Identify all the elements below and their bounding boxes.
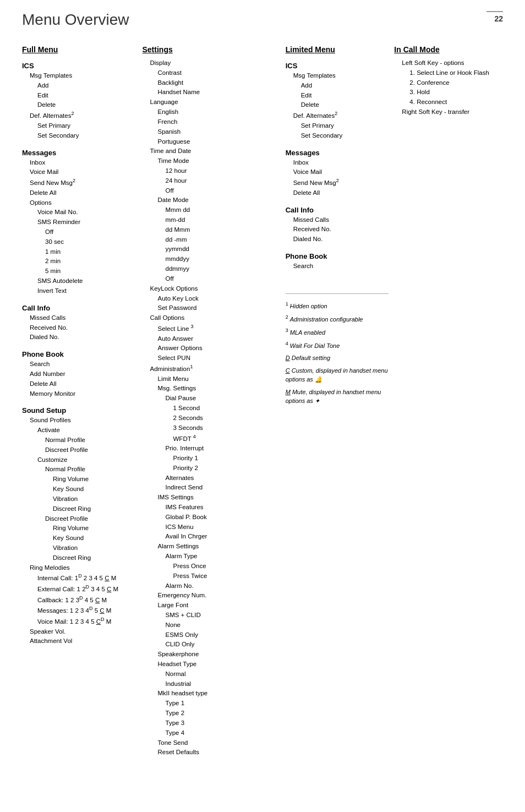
list-item: Received No. [22, 323, 137, 333]
limited-ics-heading: ICS [286, 62, 389, 70]
list-item: Msg Templates [286, 71, 389, 81]
col-full-menu: Full Menu ICS Msg Templates Add Edit Del… [22, 45, 143, 757]
ics-heading: ICS [22, 62, 137, 70]
list-item: 30 sec [22, 237, 137, 247]
columns-wrapper: Full Menu ICS Msg Templates Add Edit Del… [22, 45, 503, 757]
call-info-heading: Call Info [22, 304, 137, 312]
list-item: Auto Answer [143, 334, 280, 344]
list-item: Off [143, 274, 280, 284]
list-item: 1 Second [143, 404, 280, 413]
list-item: 1. Select Line or Hook Flash [394, 68, 497, 78]
list-item: Messages: 1 2 3 4D 5 C M [22, 605, 137, 616]
list-item: Msg Templates [22, 71, 137, 81]
list-item: Priority 2 [143, 464, 280, 473]
list-item: Invert Text [22, 286, 137, 296]
list-item: Discreet Ring [22, 504, 137, 514]
list-item: Display [143, 58, 280, 68]
footnote-2: 2 Administration configurable [286, 314, 389, 324]
settings-heading: Settings [143, 45, 280, 54]
list-item: SMS + CLID [143, 611, 280, 620]
list-item: Callback: 1 2 3D 4 5 C M [22, 595, 137, 606]
list-item: yymmdd [143, 244, 280, 254]
list-item: Voice Mail: 1 2 3 4 5 CD M [22, 616, 137, 627]
footnote-3: 3 MLA enabled [286, 327, 389, 337]
list-item: Customize [22, 455, 137, 465]
list-item: Set Primary [286, 121, 389, 131]
list-item: Backlight [143, 78, 280, 88]
list-item: Edit [22, 91, 137, 101]
list-item: Type 4 [143, 728, 280, 738]
list-item: Set Secondary [286, 131, 389, 141]
list-item: Inbox [22, 158, 137, 168]
list-item: Dial Pause [143, 394, 280, 404]
list-item: 2. Conference [394, 78, 497, 88]
list-item: Set Primary [22, 121, 137, 131]
page-number: 22 [486, 11, 503, 23]
list-item: Portuguese [143, 137, 280, 147]
limited-messages-heading: Messages [286, 149, 389, 157]
list-item: Language [143, 97, 280, 107]
list-item: IMS Features [143, 503, 280, 513]
list-item: mmddyy [143, 254, 280, 264]
list-item: Ring Melodies [22, 563, 137, 573]
col-in-call-mode: In Call Mode Left Soft Key - options 1. … [394, 45, 503, 757]
list-item: Handset Name [143, 88, 280, 97]
list-item: Activate [22, 426, 137, 435]
list-item: SMS Reminder [22, 217, 137, 227]
list-item: Def. Alternates2 [22, 110, 137, 121]
list-item: None [143, 620, 280, 630]
list-item: Dialed No. [22, 333, 137, 342]
list-item: Time Mode [143, 156, 280, 166]
sound-setup-heading: Sound Setup [22, 406, 137, 415]
list-item: Inbox [286, 158, 389, 168]
list-item: Memory Monitor [22, 389, 137, 399]
list-item: 1 min [22, 247, 137, 257]
list-item: Missed Calls [22, 313, 137, 323]
list-item: Discreet Ring [22, 553, 137, 563]
list-item: Mmm dd [143, 205, 280, 215]
list-item: Avail In Chrger [143, 532, 280, 542]
list-item: Normal [143, 669, 280, 679]
list-item: dd -mm [143, 235, 280, 245]
list-item: 5 min [22, 266, 137, 276]
list-item: 2 Seconds [143, 413, 280, 423]
limited-menu-heading: Limited Menu [286, 45, 389, 54]
footnote-m: M Mute, displayed in handset menu option… [286, 388, 389, 406]
list-item: Normal Profile [22, 465, 137, 475]
list-item: 3 Seconds [143, 423, 280, 433]
page-title: Menu Overview [22, 11, 129, 29]
list-item: Headset Type [143, 660, 280, 669]
list-item: Voice Mail [22, 167, 137, 177]
list-item: 12 hour [143, 166, 280, 176]
list-item: Time and Date [143, 146, 280, 156]
list-item: Add Number [22, 369, 137, 379]
list-item: 4. Reconnect [394, 97, 497, 107]
list-item: Options [22, 198, 137, 208]
list-item: Alarm No. [143, 581, 280, 591]
page-header: Menu Overview 22 [22, 11, 503, 29]
list-item: Add [286, 81, 389, 91]
list-item: 2 min [22, 257, 137, 266]
list-item: Key Sound [22, 484, 137, 494]
list-item: Voice Mail [286, 167, 389, 177]
footnote-c: C Custom, displayed in handset menu opti… [286, 366, 389, 384]
list-item: Press Once [143, 562, 280, 571]
footnotes-divider [286, 293, 389, 294]
col-settings: Settings Display Contrast Backlight Hand… [143, 45, 286, 757]
list-item: Call Options [143, 313, 280, 323]
in-call-mode-heading: In Call Mode [394, 45, 497, 54]
footnote-1: 1 Hidden option [286, 301, 389, 310]
list-item: Delete [286, 100, 389, 110]
list-item: Send New Msg2 [286, 177, 389, 188]
list-item: dd Mmm [143, 225, 280, 235]
list-item: Spanish [143, 127, 280, 137]
list-item: Type 1 [143, 699, 280, 709]
list-item: Alarm Type [143, 552, 280, 562]
list-item: Answer Options [143, 344, 280, 353]
messages-heading: Messages [22, 149, 137, 157]
list-item: 3. Hold [394, 88, 497, 97]
list-item: Type 3 [143, 718, 280, 728]
col-limited-menu: Limited Menu ICS Msg Templates Add Edit … [286, 45, 395, 757]
list-item: Vibration [22, 543, 137, 553]
list-item: Select PUN [143, 353, 280, 363]
